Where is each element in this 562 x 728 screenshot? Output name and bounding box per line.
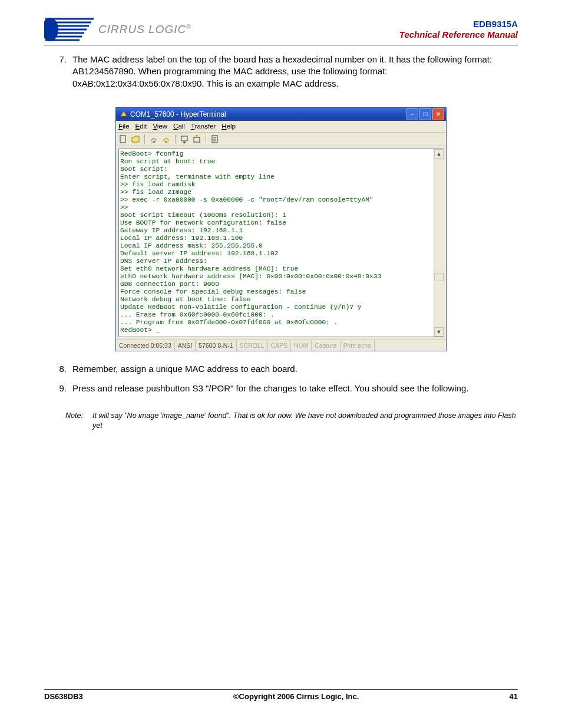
menu-edit[interactable]: Edit [135,122,147,131]
page-footer: DS638DB3 ©Copyright 2006 Cirrus Logic, I… [44,689,518,701]
item-number: 8. [44,363,72,375]
company-logo: CIRRUS LOGIC® [44,17,191,42]
note-text: It will say "No image 'image_name' found… [92,411,518,431]
status-printecho: Print echo [340,340,375,351]
item-number: 9. [44,383,72,394]
maximize-button[interactable]: □ [419,108,431,120]
resize-grip-icon[interactable] [375,340,446,351]
instruction-list-cont: 8. Remember, assign a unique MAC address… [44,363,518,394]
hyperterminal-window: COM1_57600 - HyperTerminal – □ × File Ed… [115,107,447,352]
open-icon[interactable] [131,134,140,144]
model-number: EDB9315A [399,19,518,29]
list-item: 7. The MAC address label on the top of t… [44,54,518,90]
app-icon [120,110,128,118]
disconnect-icon[interactable] [161,134,171,144]
svg-rect-5 [194,137,200,142]
close-button[interactable]: × [432,108,444,120]
footer-pagenum: 41 [510,692,518,701]
status-caps: CAPS [268,340,292,351]
svg-rect-1 [120,136,125,143]
scroll-down-icon[interactable]: ▼ [434,327,444,337]
svg-point-0 [44,18,58,41]
scroll-thumb[interactable] [434,273,444,281]
menu-view[interactable]: View [153,122,167,131]
page-body: 7. The MAC address label on the top of t… [44,54,518,431]
status-emulation: ANSI [175,340,196,351]
svg-rect-3 [165,141,167,143]
list-item: 9. Press and release pushbutton S3 "/POR… [44,383,518,394]
logo-mark-icon [44,17,97,42]
document-title-block: EDB9315A Technical Reference Manual [399,19,518,40]
new-icon[interactable] [118,134,128,144]
manual-subtitle: Technical Reference Manual [399,29,518,40]
footer-copyright: ©Copyright 2006 Cirrus Logic, Inc. [233,692,359,701]
page: CIRRUS LOGIC® EDB9315A Technical Referen… [0,0,562,728]
toolbar [116,133,446,146]
terminal-frame: RedBoot> fconfig Run script at boot: tru… [116,146,446,340]
receive-icon[interactable] [192,134,201,144]
menu-transfer[interactable]: Transfer [191,122,216,131]
svg-rect-4 [181,136,187,141]
status-num: NUM [291,340,312,351]
properties-icon[interactable] [210,134,220,144]
note-block: Note: It will say "No image 'image_name'… [65,411,518,431]
status-connected: Connected 0:06:33 [116,340,175,351]
menu-help[interactable]: Help [222,122,236,131]
instruction-list: 7. The MAC address label on the top of t… [44,54,518,90]
send-icon[interactable] [180,134,189,144]
item-number: 7. [44,54,72,90]
note-label: Note: [65,411,92,431]
item-text: Press and release pushbutton S3 "/POR" f… [72,383,518,394]
logo-text: CIRRUS LOGIC® [98,23,191,36]
menu-file[interactable]: File [118,122,130,131]
window-title: COM1_57600 - HyperTerminal [130,110,226,119]
window-controls: – □ × [406,108,444,120]
terminal-output: RedBoot> fconfig Run script at boot: tru… [119,149,434,337]
status-scroll: SCROLL [237,340,268,351]
window-titlebar: COM1_57600 - HyperTerminal – □ × [116,108,446,121]
status-capture: Capture [312,340,340,351]
status-bar: Connected 0:06:33 ANSI 57600 8-N-1 SCROL… [116,340,446,351]
menu-bar: File Edit View Call Transfer Help [116,121,446,133]
page-header: CIRRUS LOGIC® EDB9315A Technical Referen… [44,17,518,45]
svg-rect-2 [153,141,155,143]
footer-docid: DS638DB3 [44,692,83,701]
scroll-up-icon[interactable]: ▲ [434,149,444,159]
status-settings: 57600 8-N-1 [196,340,236,351]
menu-call[interactable]: Call [173,122,185,131]
list-item: 8. Remember, assign a unique MAC address… [44,363,518,375]
vertical-scrollbar[interactable]: ▲ ▼ [434,149,444,337]
connect-icon[interactable] [149,134,158,144]
item-text: The MAC address label on the top of the … [72,54,518,90]
minimize-button[interactable]: – [406,108,418,120]
item-text: Remember, assign a unique MAC address to… [72,363,518,375]
